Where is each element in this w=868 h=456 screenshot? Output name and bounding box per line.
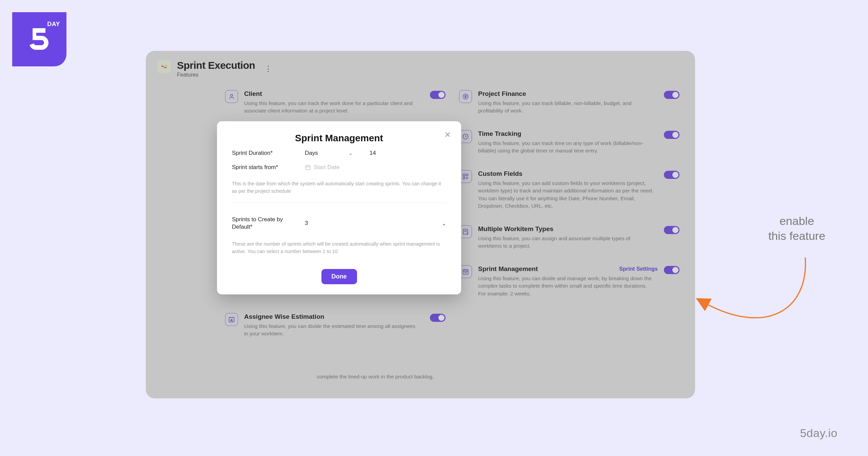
brand-logo: DAY	[12, 12, 66, 66]
toggle-multiple-workitem-types[interactable]	[664, 226, 679, 234]
svg-rect-9	[463, 177, 465, 179]
feature-multiple-workitem-types: Multiple Workitem Types Using this featu…	[459, 218, 679, 258]
page-title: Sprint Execution	[177, 60, 255, 71]
sprint-settings-link[interactable]: Sprint Settings	[619, 266, 658, 272]
svg-rect-3	[229, 317, 234, 322]
duration-unit-value: Days	[305, 150, 318, 157]
done-button[interactable]: Done	[321, 269, 357, 284]
start-date-placeholder: Start Date	[314, 164, 340, 171]
calendar-person-icon	[225, 313, 238, 326]
feature-title: Multiple Workitem Types	[478, 225, 553, 233]
calendar-icon	[305, 164, 311, 170]
features-settings-panel: Sprint Execution Features ⋮ Client Using…	[146, 51, 695, 398]
feature-custom-fields: Custom Fields Using this feature, you ca…	[459, 163, 679, 218]
modal-title: Sprint Management	[232, 133, 446, 144]
svg-rect-12	[305, 166, 310, 170]
svg-point-1	[166, 65, 167, 66]
feature-title: Time Tracking	[478, 130, 521, 138]
feature-desc: Using this feature, you can track the wo…	[244, 100, 420, 115]
toggle-custom-fields[interactable]	[664, 171, 679, 179]
duration-value-input[interactable]: 14	[370, 150, 376, 157]
sprint-start-label: Sprint starts from*	[232, 164, 298, 171]
svg-point-0	[161, 65, 162, 66]
feature-desc: Using this feature, you can assign and a…	[478, 235, 654, 250]
count-help-text: These are the number of sprints which wi…	[232, 241, 446, 260]
annotation-text: enable this feature	[749, 213, 844, 243]
toggle-time-tracking[interactable]	[664, 131, 679, 139]
project-icon	[157, 60, 171, 73]
feature-project-finance: Project Finance Using this feature, you …	[459, 83, 679, 123]
kebab-menu-icon[interactable]: ⋮	[264, 64, 272, 73]
feature-title: Custom Fields	[478, 170, 522, 178]
toggle-sprint-management[interactable]	[664, 266, 679, 274]
feature-title: Client	[244, 90, 262, 98]
feature-assignee-estimation: Assignee Wise Estimation Using this feat…	[225, 306, 446, 346]
site-credit: 5day.io	[800, 427, 837, 440]
chevron-down-icon[interactable]: ⌄	[442, 220, 446, 227]
sprints-count-value[interactable]: 3	[305, 220, 308, 227]
start-date-input[interactable]: Start Date	[305, 164, 340, 171]
feature-title: Assignee Wise Estimation	[244, 313, 324, 320]
feature-desc: Using this feature, you can divide and m…	[478, 275, 654, 297]
sprint-management-modal: ✕ Sprint Management Sprint Duration* Day…	[217, 121, 461, 294]
feature-desc: Using this feature, you can track time o…	[478, 140, 654, 155]
svg-point-2	[231, 94, 233, 97]
feature-client: Client Using this feature, you can track…	[225, 83, 446, 123]
toggle-client[interactable]	[430, 91, 446, 99]
cutoff-text: complete the lined-up work in the produc…	[317, 374, 493, 380]
feature-desc: Using this feature, you can track billab…	[478, 100, 654, 115]
chevron-down-icon: ⌄	[349, 150, 353, 156]
duration-unit-select[interactable]: Days ⌄	[305, 150, 353, 157]
close-icon[interactable]: ✕	[444, 130, 451, 140]
feature-title: Sprint Management	[478, 265, 538, 273]
svg-rect-7	[463, 174, 465, 176]
logo-day-text: DAY	[47, 21, 60, 28]
feature-desc: Using this feature, you can add custom f…	[478, 180, 654, 210]
toggle-assignee-estimation[interactable]	[430, 314, 446, 322]
toggle-project-finance[interactable]	[664, 91, 679, 99]
page-header: Sprint Execution Features ⋮	[157, 60, 684, 78]
dollar-icon	[459, 90, 472, 103]
svg-rect-8	[466, 174, 468, 176]
sprints-count-label: Sprints to Create by Default*	[232, 216, 298, 231]
feature-title: Project Finance	[478, 90, 526, 98]
person-icon	[225, 90, 238, 103]
svg-point-4	[231, 319, 232, 320]
start-help-text: This is the date from which the system w…	[232, 180, 446, 199]
sprint-duration-label: Sprint Duration*	[232, 150, 298, 157]
feature-time-tracking: Time Tracking Using this feature, you ca…	[459, 123, 679, 163]
feature-sprint-management: Sprint Management Sprint Settings Using …	[459, 258, 679, 305]
logo-5-glyph: DAY	[21, 19, 58, 57]
page-subtitle: Features	[177, 72, 255, 78]
annotation-arrow-icon	[697, 251, 826, 379]
feature-desc: Using this feature, you can divide the e…	[244, 323, 420, 338]
